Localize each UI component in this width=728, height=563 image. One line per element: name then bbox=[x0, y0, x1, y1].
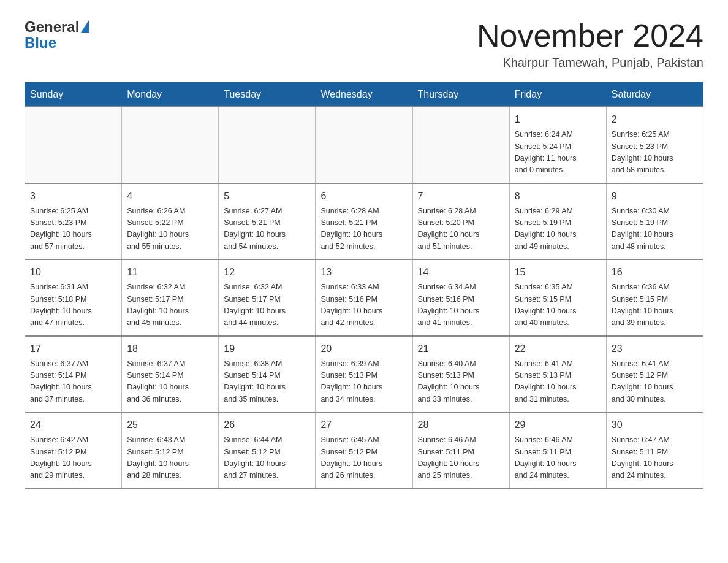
calendar-cell: 13Sunrise: 6:33 AM Sunset: 5:16 PM Dayli… bbox=[316, 259, 412, 336]
day-info: Sunrise: 6:28 AM Sunset: 5:20 PM Dayligh… bbox=[418, 205, 504, 253]
calendar-cell bbox=[122, 107, 219, 183]
day-number: 17 bbox=[30, 342, 116, 356]
calendar-week-row: 3Sunrise: 6:25 AM Sunset: 5:23 PM Daylig… bbox=[25, 183, 703, 260]
calendar-cell: 15Sunrise: 6:35 AM Sunset: 5:15 PM Dayli… bbox=[509, 259, 606, 336]
logo-blue-text: Blue bbox=[25, 34, 56, 52]
day-number: 6 bbox=[320, 189, 407, 204]
day-number: 21 bbox=[418, 342, 504, 356]
day-info: Sunrise: 6:37 AM Sunset: 5:14 PM Dayligh… bbox=[127, 358, 213, 406]
day-info: Sunrise: 6:29 AM Sunset: 5:19 PM Dayligh… bbox=[515, 205, 601, 253]
day-header-tuesday: Tuesday bbox=[219, 83, 316, 107]
calendar-cell bbox=[25, 107, 122, 183]
day-number: 22 bbox=[515, 342, 601, 356]
day-info: Sunrise: 6:24 AM Sunset: 5:24 PM Dayligh… bbox=[515, 129, 601, 177]
calendar-cell bbox=[412, 107, 509, 183]
calendar-cell: 10Sunrise: 6:31 AM Sunset: 5:18 PM Dayli… bbox=[25, 259, 122, 336]
calendar-cell: 23Sunrise: 6:41 AM Sunset: 5:12 PM Dayli… bbox=[606, 336, 703, 413]
calendar-week-row: 10Sunrise: 6:31 AM Sunset: 5:18 PM Dayli… bbox=[25, 259, 703, 336]
page-header: General Blue November 2024 Khairpur Tame… bbox=[25, 18, 703, 70]
day-info: Sunrise: 6:46 AM Sunset: 5:11 PM Dayligh… bbox=[515, 434, 601, 482]
calendar-cell: 26Sunrise: 6:44 AM Sunset: 5:12 PM Dayli… bbox=[219, 412, 316, 489]
calendar-week-row: 17Sunrise: 6:37 AM Sunset: 5:14 PM Dayli… bbox=[25, 336, 703, 413]
day-header-saturday: Saturday bbox=[606, 83, 703, 107]
day-info: Sunrise: 6:34 AM Sunset: 5:16 PM Dayligh… bbox=[418, 282, 504, 329]
day-number: 16 bbox=[612, 265, 698, 280]
day-number: 2 bbox=[612, 112, 698, 127]
calendar-cell: 24Sunrise: 6:42 AM Sunset: 5:12 PM Dayli… bbox=[25, 412, 122, 489]
day-info: Sunrise: 6:33 AM Sunset: 5:16 PM Dayligh… bbox=[320, 282, 407, 329]
day-info: Sunrise: 6:27 AM Sunset: 5:21 PM Dayligh… bbox=[224, 205, 310, 253]
calendar-cell: 3Sunrise: 6:25 AM Sunset: 5:23 PM Daylig… bbox=[25, 183, 122, 260]
day-number: 3 bbox=[30, 189, 116, 204]
day-info: Sunrise: 6:32 AM Sunset: 5:17 PM Dayligh… bbox=[224, 282, 310, 329]
day-info: Sunrise: 6:35 AM Sunset: 5:15 PM Dayligh… bbox=[515, 282, 601, 329]
day-info: Sunrise: 6:32 AM Sunset: 5:17 PM Dayligh… bbox=[127, 282, 213, 329]
day-info: Sunrise: 6:28 AM Sunset: 5:21 PM Dayligh… bbox=[320, 205, 407, 253]
day-number: 27 bbox=[320, 418, 407, 432]
day-info: Sunrise: 6:39 AM Sunset: 5:13 PM Dayligh… bbox=[320, 358, 407, 406]
calendar-cell bbox=[316, 107, 412, 183]
day-info: Sunrise: 6:46 AM Sunset: 5:11 PM Dayligh… bbox=[418, 434, 504, 482]
day-header-friday: Friday bbox=[509, 83, 606, 107]
day-number: 9 bbox=[612, 189, 698, 204]
day-number: 14 bbox=[418, 265, 504, 280]
calendar-cell: 30Sunrise: 6:47 AM Sunset: 5:11 PM Dayli… bbox=[606, 412, 703, 489]
calendar-cell: 7Sunrise: 6:28 AM Sunset: 5:20 PM Daylig… bbox=[412, 183, 509, 260]
day-info: Sunrise: 6:41 AM Sunset: 5:12 PM Dayligh… bbox=[612, 358, 698, 406]
day-number: 15 bbox=[515, 265, 601, 280]
calendar-cell: 6Sunrise: 6:28 AM Sunset: 5:21 PM Daylig… bbox=[316, 183, 412, 260]
calendar-cell: 4Sunrise: 6:26 AM Sunset: 5:22 PM Daylig… bbox=[122, 183, 219, 260]
calendar-cell: 25Sunrise: 6:43 AM Sunset: 5:12 PM Dayli… bbox=[122, 412, 219, 489]
logo-arrow-icon bbox=[81, 20, 89, 33]
day-number: 8 bbox=[515, 189, 601, 204]
day-number: 11 bbox=[127, 265, 213, 280]
calendar-cell: 28Sunrise: 6:46 AM Sunset: 5:11 PM Dayli… bbox=[412, 412, 509, 489]
day-number: 23 bbox=[612, 342, 698, 356]
calendar-cell: 8Sunrise: 6:29 AM Sunset: 5:19 PM Daylig… bbox=[509, 183, 606, 260]
calendar-cell: 16Sunrise: 6:36 AM Sunset: 5:15 PM Dayli… bbox=[606, 259, 703, 336]
day-info: Sunrise: 6:45 AM Sunset: 5:12 PM Dayligh… bbox=[320, 434, 407, 482]
location-text: Khairpur Tamewah, Punjab, Pakistan bbox=[477, 56, 703, 70]
day-header-monday: Monday bbox=[122, 83, 219, 107]
calendar-cell: 29Sunrise: 6:46 AM Sunset: 5:11 PM Dayli… bbox=[509, 412, 606, 489]
day-info: Sunrise: 6:38 AM Sunset: 5:14 PM Dayligh… bbox=[224, 358, 310, 406]
day-info: Sunrise: 6:25 AM Sunset: 5:23 PM Dayligh… bbox=[30, 205, 116, 253]
calendar-cell: 14Sunrise: 6:34 AM Sunset: 5:16 PM Dayli… bbox=[412, 259, 509, 336]
day-number: 19 bbox=[224, 342, 310, 356]
day-number: 18 bbox=[127, 342, 213, 356]
calendar-cell: 1Sunrise: 6:24 AM Sunset: 5:24 PM Daylig… bbox=[509, 107, 606, 183]
calendar-week-row: 24Sunrise: 6:42 AM Sunset: 5:12 PM Dayli… bbox=[25, 412, 703, 489]
calendar-cell: 12Sunrise: 6:32 AM Sunset: 5:17 PM Dayli… bbox=[219, 259, 316, 336]
day-info: Sunrise: 6:37 AM Sunset: 5:14 PM Dayligh… bbox=[30, 358, 116, 406]
day-info: Sunrise: 6:31 AM Sunset: 5:18 PM Dayligh… bbox=[30, 282, 116, 329]
day-number: 29 bbox=[515, 418, 601, 432]
day-info: Sunrise: 6:40 AM Sunset: 5:13 PM Dayligh… bbox=[418, 358, 504, 406]
calendar-header-row: SundayMondayTuesdayWednesdayThursdayFrid… bbox=[25, 83, 703, 107]
day-number: 5 bbox=[224, 189, 310, 204]
calendar-cell: 19Sunrise: 6:38 AM Sunset: 5:14 PM Dayli… bbox=[219, 336, 316, 413]
day-number: 10 bbox=[30, 265, 116, 280]
logo-general-text: General bbox=[25, 18, 79, 36]
day-info: Sunrise: 6:25 AM Sunset: 5:23 PM Dayligh… bbox=[612, 129, 698, 177]
calendar-cell: 2Sunrise: 6:25 AM Sunset: 5:23 PM Daylig… bbox=[606, 107, 703, 183]
day-info: Sunrise: 6:30 AM Sunset: 5:19 PM Dayligh… bbox=[612, 205, 698, 253]
calendar-cell: 22Sunrise: 6:41 AM Sunset: 5:13 PM Dayli… bbox=[509, 336, 606, 413]
title-block: November 2024 Khairpur Tamewah, Punjab, … bbox=[477, 18, 703, 70]
day-header-sunday: Sunday bbox=[25, 83, 122, 107]
day-info: Sunrise: 6:42 AM Sunset: 5:12 PM Dayligh… bbox=[30, 434, 116, 482]
day-number: 24 bbox=[30, 418, 116, 432]
calendar-cell: 20Sunrise: 6:39 AM Sunset: 5:13 PM Dayli… bbox=[316, 336, 412, 413]
day-info: Sunrise: 6:36 AM Sunset: 5:15 PM Dayligh… bbox=[612, 282, 698, 329]
day-header-wednesday: Wednesday bbox=[316, 83, 412, 107]
calendar-cell: 18Sunrise: 6:37 AM Sunset: 5:14 PM Dayli… bbox=[122, 336, 219, 413]
calendar-cell: 17Sunrise: 6:37 AM Sunset: 5:14 PM Dayli… bbox=[25, 336, 122, 413]
day-number: 13 bbox=[320, 265, 407, 280]
calendar-cell: 9Sunrise: 6:30 AM Sunset: 5:19 PM Daylig… bbox=[606, 183, 703, 260]
day-number: 20 bbox=[320, 342, 407, 356]
day-number: 7 bbox=[418, 189, 504, 204]
day-number: 26 bbox=[224, 418, 310, 432]
calendar-table: SundayMondayTuesdayWednesdayThursdayFrid… bbox=[25, 82, 703, 489]
calendar-cell: 11Sunrise: 6:32 AM Sunset: 5:17 PM Dayli… bbox=[122, 259, 219, 336]
day-number: 4 bbox=[127, 189, 213, 204]
day-info: Sunrise: 6:44 AM Sunset: 5:12 PM Dayligh… bbox=[224, 434, 310, 482]
